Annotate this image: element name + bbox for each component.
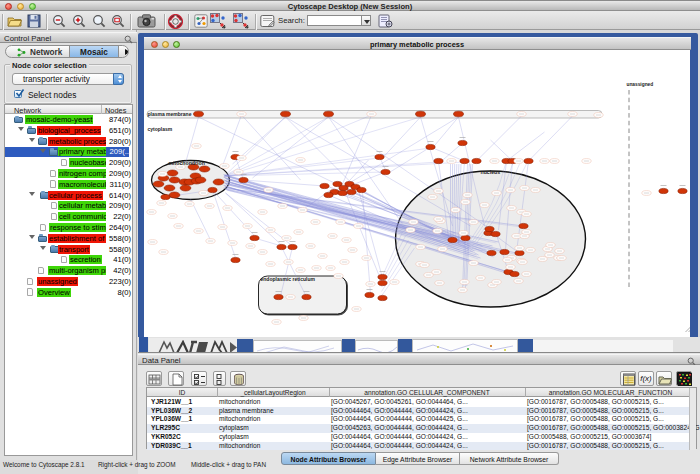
svg-text:endoplasmic reticulum: endoplasmic reticulum [260, 276, 315, 282]
svg-text:unassigned: unassigned [626, 82, 653, 87]
svg-text:mitochondrion: mitochondrion [168, 160, 204, 166]
svg-text:plasma membrane: plasma membrane [147, 111, 191, 117]
svg-text:cytoplasm: cytoplasm [147, 126, 172, 132]
svg-text:nucleus: nucleus [480, 169, 500, 175]
